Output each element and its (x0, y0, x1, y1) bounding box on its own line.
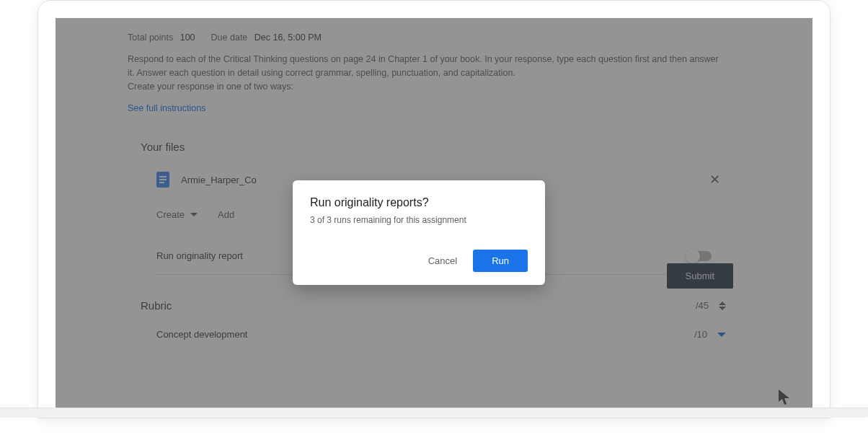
run-button[interactable]: Run (473, 250, 528, 272)
app-screen: Total points 100 Due date Dec 16, 5:00 P… (56, 18, 812, 408)
cancel-button[interactable]: Cancel (418, 250, 467, 272)
laptop-frame: Total points 100 Due date Dec 16, 5:00 P… (37, 0, 831, 418)
laptop-base (0, 408, 868, 418)
dialog-title: Run originality reports? (310, 196, 528, 209)
originality-dialog: Run originality reports? 3 of 3 runs rem… (293, 180, 545, 285)
dialog-subtitle: 3 of 3 runs remaining for this assignmen… (310, 215, 528, 225)
dialog-actions: Cancel Run (310, 250, 528, 272)
